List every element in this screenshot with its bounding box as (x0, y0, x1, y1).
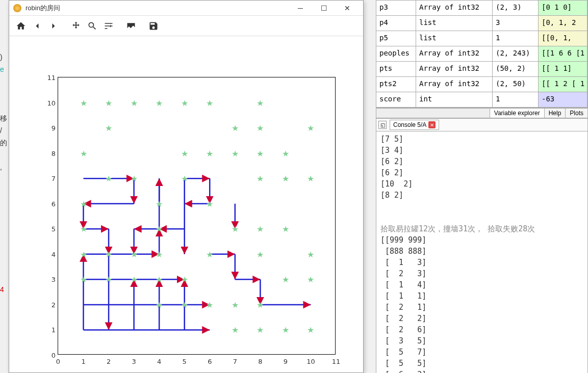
star-marker: ★ (181, 300, 188, 309)
ytick: 0 (43, 352, 56, 359)
star-marker: ★ (257, 249, 264, 259)
xtick: 8 (258, 358, 262, 365)
console-tab-label: Console 5/A (393, 121, 426, 128)
var-value: [[0, 1, (539, 31, 587, 46)
star-marker: ★ (181, 174, 188, 183)
star-marker: ★ (307, 174, 314, 183)
var-name: peoples (376, 46, 416, 61)
var-type: list (416, 16, 493, 31)
var-size: (2, 243) (493, 46, 539, 61)
xtick: 2 (107, 358, 111, 365)
tab-plots[interactable]: Plots (565, 109, 587, 118)
xtick: 0 (56, 358, 60, 365)
star-marker: ★ (156, 98, 163, 108)
xtick: 10 (306, 358, 315, 365)
star-marker: ★ (307, 275, 314, 284)
variable-explorer-table[interactable]: p3 Array of int32 (2, 3) [0 1 0]p4 list … (376, 0, 588, 108)
zoom-icon[interactable] (85, 18, 100, 34)
var-value: [[1 6 6 [1 2 5 (539, 46, 587, 61)
star-marker: ★ (257, 325, 264, 335)
tab-variable-explorer[interactable]: Variable explorer (490, 109, 544, 118)
var-size: 3 (493, 16, 539, 31)
var-type: Array of int32 (416, 1, 493, 15)
star-marker: ★ (80, 249, 87, 259)
titlebar[interactable]: robin的房间 ─ ☐ ✕ (9, 1, 363, 16)
star-marker: ★ (257, 300, 264, 309)
background-code-fragment: ) e 移 / 的 , 4 (0, 51, 7, 296)
mpl-toolbar (9, 16, 363, 36)
star-marker: ★ (232, 224, 239, 234)
variable-row[interactable]: p3 Array of int32 (2, 3) [0 1 0] (376, 1, 587, 16)
pan-icon[interactable] (68, 18, 84, 34)
tab-help[interactable]: Help (544, 109, 566, 118)
edit-icon[interactable] (123, 18, 139, 34)
star-marker: ★ (282, 148, 289, 158)
var-type: int (416, 92, 493, 107)
var-size: (2, 50) (493, 77, 539, 92)
panel-tabs: Variable explorer Help Plots (376, 108, 588, 118)
popout-icon[interactable]: ◱ (378, 121, 387, 129)
variable-row[interactable]: pts2 Array of int32 (2, 50) [[ 1 2 [ 1 1 (376, 77, 587, 92)
star-marker: ★ (80, 275, 87, 284)
var-name: pts2 (376, 77, 416, 92)
minimize-button[interactable]: ─ (289, 1, 312, 15)
star-marker: ★ (80, 224, 87, 234)
close-tab-icon[interactable]: ✕ (428, 121, 436, 128)
star-marker: ★ (257, 174, 264, 183)
var-value: [0 1 0] (539, 1, 587, 15)
app-icon (13, 4, 21, 12)
star-marker: ★ (105, 275, 112, 284)
star-marker: ★ (206, 199, 213, 208)
close-button[interactable]: ✕ (336, 1, 359, 15)
star-marker: ★ (206, 98, 213, 108)
star-marker: ★ (257, 98, 264, 108)
maximize-button[interactable]: ☐ (312, 1, 336, 15)
star-marker: ★ (80, 199, 87, 208)
ytick: 9 (43, 124, 56, 132)
variable-row[interactable]: p5 list 1 [[0, 1, (376, 31, 587, 46)
star-marker: ★ (156, 275, 163, 284)
xtick: 1 (81, 358, 85, 365)
console-tab[interactable]: Console 5/A ✕ (390, 120, 439, 130)
plot-canvas[interactable]: 0123456789101101234567891011★★★★★★★★★★★★… (9, 36, 363, 372)
variable-row[interactable]: peoples Array of int32 (2, 243) [[1 6 6 … (376, 46, 587, 62)
ide-right-panel: p3 Array of int32 (2, 3) [0 1 0]p4 list … (376, 0, 588, 373)
star-marker: ★ (156, 224, 163, 234)
variable-row[interactable]: score int 1 -63 (376, 92, 587, 108)
ytick: 5 (43, 225, 56, 233)
console-panel: ◱ Console 5/A ✕ [7 5] [3 4] [6 2] [6 2] … (376, 118, 588, 373)
ytick: 4 (43, 250, 56, 258)
variable-row[interactable]: p4 list 3 [0, 1, 2 (376, 16, 587, 31)
axes: 0123456789101101234567891011★★★★★★★★★★★★… (58, 77, 336, 355)
xtick: 6 (208, 358, 212, 365)
back-icon[interactable] (30, 18, 45, 34)
forward-icon[interactable] (46, 18, 61, 34)
ytick: 1 (43, 326, 56, 334)
var-type: Array of int32 (416, 62, 493, 76)
configure-icon[interactable] (101, 18, 116, 34)
home-icon[interactable] (13, 18, 29, 34)
save-icon[interactable] (146, 18, 161, 34)
xtick: 7 (233, 358, 237, 365)
xtick: 4 (157, 358, 161, 365)
star-marker: ★ (257, 148, 264, 158)
var-name: p4 (376, 16, 416, 31)
var-size: 1 (493, 92, 539, 107)
star-marker: ★ (105, 174, 112, 183)
star-marker: ★ (80, 98, 87, 108)
star-marker: ★ (181, 98, 188, 108)
var-size: (50, 2) (493, 62, 539, 76)
var-value: -63 (539, 92, 587, 107)
star-marker: ★ (232, 325, 239, 335)
star-marker: ★ (282, 275, 289, 284)
star-marker: ★ (206, 249, 213, 259)
ytick: 2 (43, 301, 56, 308)
xtick: 11 (332, 358, 341, 365)
var-name: p5 (376, 31, 416, 46)
star-marker: ★ (156, 199, 163, 208)
star-marker: ★ (156, 300, 163, 309)
variable-row[interactable]: pts Array of int32 (50, 2) [[ 1 1] (376, 62, 587, 77)
var-type: Array of int32 (416, 46, 493, 61)
console-output[interactable]: [7 5] [3 4] [6 2] [6 2] [10 2] [8 2] 拾取易… (376, 131, 587, 373)
var-value: [0, 1, 2 (539, 16, 587, 31)
